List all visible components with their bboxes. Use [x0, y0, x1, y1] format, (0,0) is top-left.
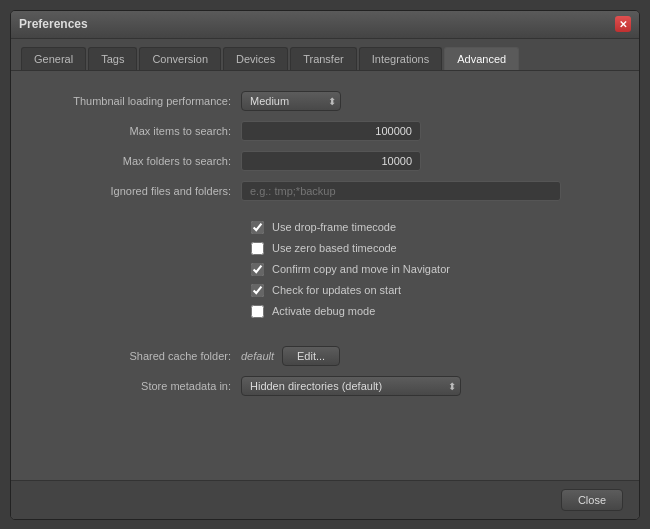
activate-debug-label: Activate debug mode — [272, 305, 375, 317]
edit-button[interactable]: Edit... — [282, 346, 340, 366]
activate-debug-checkbox[interactable] — [251, 305, 264, 318]
max-items-control — [241, 121, 609, 141]
confirm-copy-label: Confirm copy and move in Navigator — [272, 263, 450, 275]
tab-general[interactable]: General — [21, 47, 86, 70]
ignored-files-row: Ignored files and folders: — [41, 181, 609, 201]
content-area: Thumbnail loading performance: Low Mediu… — [11, 71, 639, 480]
max-folders-control — [241, 151, 609, 171]
max-items-input[interactable] — [241, 121, 421, 141]
tab-integrations[interactable]: Integrations — [359, 47, 442, 70]
store-metadata-label: Store metadata in: — [41, 380, 241, 392]
use-drop-frame-label: Use drop-frame timecode — [272, 221, 396, 233]
ignored-files-control — [241, 181, 609, 201]
thumbnail-loading-label: Thumbnail loading performance: — [41, 95, 241, 107]
confirm-copy-checkbox[interactable] — [251, 263, 264, 276]
check-updates-checkbox[interactable] — [251, 284, 264, 297]
title-bar: Preferences ✕ — [11, 11, 639, 39]
preferences-window: Preferences ✕ General Tags Conversion De… — [10, 10, 640, 520]
tabs-bar: General Tags Conversion Devices Transfer… — [11, 39, 639, 71]
tab-conversion[interactable]: Conversion — [139, 47, 221, 70]
checkbox-row-2: Use zero based timecode — [41, 242, 609, 255]
checkbox-row-3: Confirm copy and move in Navigator — [41, 263, 609, 276]
max-folders-label: Max folders to search: — [41, 155, 241, 167]
window-title: Preferences — [19, 17, 88, 31]
use-drop-frame-checkbox[interactable] — [251, 221, 264, 234]
tab-tags[interactable]: Tags — [88, 47, 137, 70]
footer: Close — [11, 480, 639, 519]
thumbnail-select-wrapper: Low Medium High — [241, 91, 341, 111]
shared-cache-value: default — [241, 350, 274, 362]
ignored-files-input[interactable] — [241, 181, 561, 201]
checkbox-row-4: Check for updates on start — [41, 284, 609, 297]
checkbox-row-1: Use drop-frame timecode — [41, 221, 609, 234]
tab-transfer[interactable]: Transfer — [290, 47, 357, 70]
max-items-label: Max items to search: — [41, 125, 241, 137]
shared-cache-row: Shared cache folder: default Edit... — [41, 346, 609, 366]
store-metadata-row: Store metadata in: Hidden directories (d… — [41, 376, 609, 396]
close-window-button[interactable]: ✕ — [615, 16, 631, 32]
store-metadata-control: Hidden directories (default) Alongside f… — [241, 376, 609, 396]
store-metadata-select[interactable]: Hidden directories (default) Alongside f… — [241, 376, 461, 396]
tab-devices[interactable]: Devices — [223, 47, 288, 70]
ignored-files-label: Ignored files and folders: — [41, 185, 241, 197]
store-metadata-select-wrapper: Hidden directories (default) Alongside f… — [241, 376, 461, 396]
thumbnail-loading-select[interactable]: Low Medium High — [241, 91, 341, 111]
checkbox-row-5: Activate debug mode — [41, 305, 609, 318]
check-updates-label: Check for updates on start — [272, 284, 401, 296]
max-items-row: Max items to search: — [41, 121, 609, 141]
shared-cache-label: Shared cache folder: — [41, 350, 241, 362]
shared-cache-control: default Edit... — [241, 346, 609, 366]
use-zero-based-label: Use zero based timecode — [272, 242, 397, 254]
thumbnail-loading-row: Thumbnail loading performance: Low Mediu… — [41, 91, 609, 111]
use-zero-based-checkbox[interactable] — [251, 242, 264, 255]
max-folders-input[interactable] — [241, 151, 421, 171]
thumbnail-loading-control: Low Medium High — [241, 91, 609, 111]
tab-advanced[interactable]: Advanced — [444, 47, 519, 70]
max-folders-row: Max folders to search: — [41, 151, 609, 171]
close-button[interactable]: Close — [561, 489, 623, 511]
